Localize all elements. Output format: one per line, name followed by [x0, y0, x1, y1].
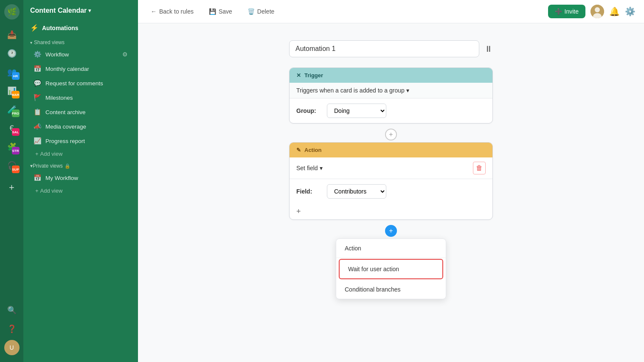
save-icon: 💾 — [209, 8, 216, 15]
workflow-icon: ⚙️ — [34, 51, 42, 58]
trigger-card-header: ✕ Trigger — [290, 68, 492, 83]
automations-bolt-icon: ⚡ — [30, 24, 39, 32]
action-field-row: Field: Contributors Status Due Date Assi… — [290, 179, 492, 204]
sidebar-item-content-archive[interactable]: 📋 Content archive — [27, 105, 135, 119]
trigger-dropdown-chevron-icon: ▾ — [406, 87, 409, 94]
add-step-area: + Action Wait for user action Conditiona… — [385, 223, 397, 239]
private-views-section: ▾ Private views 🔒 — [23, 160, 138, 171]
private-lock-icon: 🔒 — [65, 163, 70, 169]
shared-views-section: ▾ Shared views — [23, 36, 138, 47]
action-type-row: Set field ▾ 🗑 — [290, 157, 492, 179]
trigger-event-row: Triggers when a card is added to a group… — [290, 83, 492, 98]
sidebar-item-automations[interactable]: ⚡ Automations — [23, 20, 138, 36]
search-bottom-icon[interactable]: 🔍 — [3, 302, 20, 319]
sidebar-title[interactable]: Content Calendar ▾ — [23, 0, 138, 20]
trigger-card: ✕ Trigger Triggers when a card is added … — [289, 67, 493, 123]
my-workflow-icon: 📅 — [34, 174, 42, 182]
delete-icon: 🗑️ — [247, 8, 255, 15]
progress-report-icon: 📈 — [34, 137, 42, 145]
str-badge: STR — [12, 147, 20, 154]
sidebar-item-my-workflow[interactable]: 📅 My Workflow — [27, 171, 135, 185]
mar-badge: MAR — [12, 91, 20, 98]
action-type-dropdown[interactable]: Set field ▾ — [296, 165, 323, 171]
automation-flow: ⏸ ✕ Trigger Triggers when a card is adde… — [289, 40, 493, 239]
invite-button[interactable]: ➕ Invite — [548, 5, 585, 18]
shared-add-view-button[interactable]: + Add view — [27, 149, 135, 159]
topbar-left: ← Back to rules 💾 Save 🗑️ Delete — [146, 6, 278, 17]
sidebar-item-monthly-calendar[interactable]: 📅 Monthly calendar — [27, 62, 135, 76]
private-add-view-button[interactable]: + Add view — [27, 185, 135, 196]
dropdown-menu-container: Action Wait for user action Conditional … — [336, 239, 446, 299]
hr-badge: HR — [12, 72, 20, 80]
back-arrow-icon: ← — [151, 8, 157, 15]
back-to-rules-button[interactable]: ← Back to rules — [146, 6, 198, 17]
sidebar-item-milestones[interactable]: 🚩 Milestones — [27, 91, 135, 104]
add-step-connector-1[interactable]: + — [385, 129, 397, 140]
add-workspace-icon[interactable]: + — [3, 179, 20, 196]
delete-button[interactable]: 🗑️ Delete — [243, 6, 278, 17]
request-comments-icon: 💬 — [34, 79, 42, 87]
action-card-header: ✎ Action — [290, 143, 492, 157]
media-coverage-icon: 📣 — [34, 123, 42, 130]
topbar: ← Back to rules 💾 Save 🗑️ Delete ➕ Invit… — [138, 0, 644, 23]
pro-badge: PRO — [12, 109, 20, 117]
sidebar-item-workflow[interactable]: ⚙️ Workflow ⚙ — [27, 48, 135, 61]
icon-bar: 🌿 📥 🕐 👥 HR 📊 MAR 🧪 PRO € SAL 🧩 STR 🎧 SUP… — [0, 0, 23, 362]
milestones-icon: 🚩 — [34, 94, 42, 101]
sidebar-item-request-comments[interactable]: 💬 Request for comments — [27, 76, 135, 90]
settings-icon[interactable]: ⚙️ — [625, 6, 636, 17]
sup-badge: SUP — [12, 166, 20, 173]
svg-point-1 — [595, 7, 600, 12]
sidebar-item-media-coverage[interactable]: 📣 Media coverage — [27, 120, 135, 133]
notifications-icon[interactable]: 🔔 — [609, 6, 620, 17]
sal-badge: SAL — [12, 128, 20, 136]
automation-name-input[interactable] — [289, 40, 479, 57]
pause-button[interactable]: ⏸ — [484, 44, 493, 54]
action-field-select[interactable]: Contributors Status Due Date Assignee — [327, 184, 386, 199]
support-sup-icon[interactable]: 🎧 SUP — [3, 157, 20, 174]
trigger-group-row: Group: Doing To Do Done Review — [290, 98, 492, 123]
content-archive-icon: 📋 — [34, 108, 42, 116]
step-type-dropdown-menu: Action Wait for user action Conditional … — [336, 239, 446, 299]
dropdown-item-action[interactable]: Action — [336, 239, 446, 258]
user-avatar[interactable] — [591, 5, 604, 18]
action-delete-button[interactable]: 🗑 — [473, 162, 486, 174]
invite-icon: ➕ — [555, 8, 562, 15]
dropdown-item-wait-user-action[interactable]: Wait for user action — [339, 259, 443, 279]
workflow-gear-icon[interactable]: ⚙ — [122, 51, 128, 58]
add-value-button[interactable]: + — [290, 204, 308, 219]
inbox-icon[interactable]: 📥 — [3, 26, 20, 43]
chart-mar-icon[interactable]: 📊 MAR — [3, 82, 20, 99]
add-step-connector-2[interactable]: + — [385, 225, 397, 237]
shared-views-chevron-icon: ▾ — [30, 40, 32, 45]
dropdown-item-conditional-branches[interactable]: Conditional branches — [336, 280, 446, 299]
trigger-event-dropdown[interactable]: Triggers when a card is added to a group… — [296, 87, 409, 94]
people-hr-icon[interactable]: 👥 HR — [3, 64, 20, 81]
main-content: ← Back to rules 💾 Save 🗑️ Delete ➕ Invit… — [138, 0, 644, 362]
trigger-header-icon: ✕ — [296, 72, 301, 79]
action-card: ✎ Action Set field ▾ 🗑 Field: Contributo… — [289, 142, 493, 220]
euro-sal-icon[interactable]: € SAL — [3, 120, 20, 137]
sidebar-item-progress-report[interactable]: 📈 Progress report — [27, 134, 135, 148]
flask-pro-icon[interactable]: 🧪 PRO — [3, 101, 20, 118]
topbar-right: ➕ Invite 🔔 ⚙️ — [548, 5, 636, 18]
canvas: ⏸ ✕ Trigger Triggers when a card is adde… — [138, 23, 644, 362]
app-logo[interactable]: 🌿 — [4, 4, 20, 20]
clock-icon[interactable]: 🕐 — [3, 45, 20, 62]
action-header-icon: ✎ — [296, 147, 301, 153]
sidebar-title-chevron: ▾ — [88, 8, 91, 14]
help-icon[interactable]: ❓ — [3, 320, 20, 337]
sidebar: Content Calendar ▾ ⚡ Automations ▾ Share… — [23, 0, 138, 362]
save-button[interactable]: 💾 Save — [205, 6, 236, 17]
user-avatar-icon[interactable]: U — [3, 339, 20, 356]
puzzle-str-icon[interactable]: 🧩 STR — [3, 138, 20, 155]
monthly-calendar-icon: 📅 — [34, 65, 42, 73]
trigger-group-select[interactable]: Doing To Do Done Review — [327, 104, 386, 118]
action-type-chevron-icon: ▾ — [320, 165, 323, 171]
automation-name-row: ⏸ — [289, 40, 493, 57]
